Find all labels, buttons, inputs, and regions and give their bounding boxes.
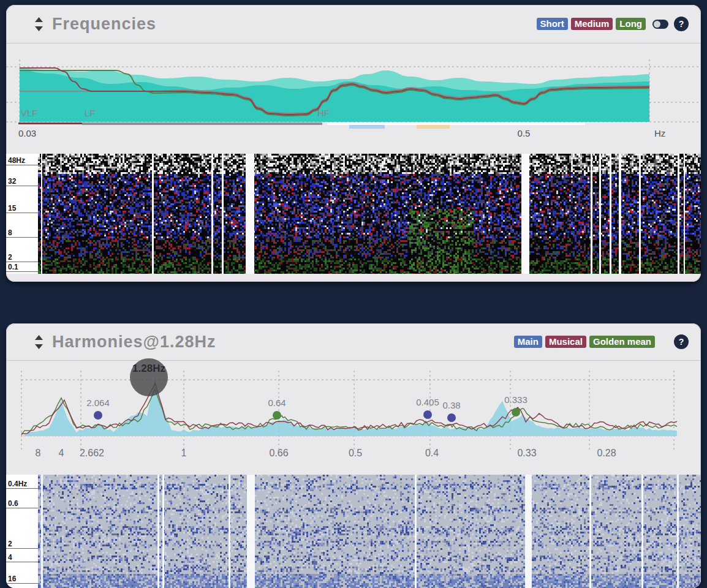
harmonies-chart-svg: 2.0640.640.4050.380.3331.28Hz842.66210.6…: [6, 363, 701, 475]
band-label-vlf: VLF: [21, 108, 38, 118]
harmonies-spectrogram-row: 0.4Hz0.62416: [6, 475, 701, 588]
spectrogram-axis-label: 16: [8, 575, 16, 583]
x-tick-label: 1: [181, 448, 187, 458]
axis-band-segment: [82, 123, 322, 125]
spectrogram-axis-label: 15: [8, 204, 16, 213]
harmonic-marker-label: 2.064: [86, 398, 110, 408]
harmonies-legend: Main Musical Golden mean ?: [514, 334, 689, 349]
x-tick-label: 0.4: [425, 448, 439, 458]
spectrogram-axis-label: 4: [8, 553, 12, 562]
header-divider: [6, 43, 701, 43]
legend-musical-badge[interactable]: Musical: [545, 336, 586, 348]
x-tick-label: 0.66: [269, 448, 288, 458]
frequencies-legend: Short Medium Long ?: [537, 17, 689, 31]
frequencies-spectrogram-row: 48Hz3215820.1: [6, 154, 701, 274]
spectrogram-axis-tick: [6, 548, 38, 549]
frequencies-spectrogram[interactable]: [38, 154, 701, 274]
spectrogram-axis-label: 2: [8, 253, 12, 262]
collapse-arrows-icon[interactable]: [34, 17, 43, 31]
harmonies-spectrogram-axis: 0.4Hz0.62416: [6, 475, 38, 588]
x-tick-label: 0.5: [349, 448, 362, 458]
harmonic-marker-dot[interactable]: [94, 411, 102, 420]
spectrogram-axis-tick: [6, 262, 38, 262]
frequencies-help-button[interactable]: ?: [674, 17, 689, 31]
x-axis-label: Hz: [654, 128, 665, 138]
harmonies-header: Harmonies@1.28Hz Main Musical Golden mea…: [6, 323, 701, 360]
spectrogram-axis-label: 32: [8, 177, 16, 186]
spectrogram-axis-tick: [6, 213, 38, 213]
x-tick-label: 0.33: [517, 448, 536, 458]
harmonic-marker-dot[interactable]: [423, 410, 432, 419]
harmonies-title: Harmonies@1.28Hz: [52, 333, 216, 352]
spectrogram-axis-tick: [6, 237, 38, 238]
legend-short-badge[interactable]: Short: [537, 18, 568, 30]
frequencies-chart-svg: VLFLFHF0.030.5Hz: [6, 47, 701, 154]
axis-band-segment: [18, 123, 82, 124]
header-divider: [6, 360, 701, 361]
legend-toggle[interactable]: [652, 20, 668, 29]
spectrogram-axis-label: 2: [8, 540, 12, 548]
spectrogram-axis-tick: [6, 583, 38, 584]
x-axis-label: 0.03: [18, 128, 36, 138]
band-label-lf: LF: [85, 108, 96, 118]
legend-golden-mean-badge[interactable]: Golden mean: [589, 336, 655, 348]
harmonies-spectrogram[interactable]: [38, 475, 701, 588]
harmonies-chart[interactable]: 2.0640.640.4050.380.3331.28Hz842.66210.6…: [6, 363, 701, 475]
toggle-knob: [654, 21, 660, 28]
harmonies-panel: Harmonies@1.28Hz Main Musical Golden mea…: [6, 323, 701, 588]
spectrogram-axis-label: 0.6: [8, 499, 18, 508]
frequencies-header: Frequencies Short Medium Long ?: [6, 5, 701, 43]
spectrogram-axis-tick: [6, 562, 38, 562]
harmonic-marker-label: 0.38: [442, 400, 460, 410]
harmonic-marker-label: 0.64: [268, 398, 285, 408]
x-tick-label: 0.28: [597, 448, 616, 458]
frequencies-chart[interactable]: VLFLFHF0.030.5Hz: [6, 47, 701, 154]
harmonic-marker-dot[interactable]: [512, 408, 520, 417]
spectrogram-axis-tick: [6, 271, 38, 272]
harmonic-marker-dot[interactable]: [273, 411, 281, 420]
legend-main-badge[interactable]: Main: [514, 336, 542, 348]
harmonic-marker-dot[interactable]: [447, 413, 456, 422]
main-peak-label: 1.28Hz: [132, 363, 165, 374]
x-tick-label: 4: [59, 448, 64, 458]
x-axis-label: 0.5: [518, 128, 531, 138]
spectrogram-axis-tick: [6, 508, 38, 508]
x-tick-label: 8: [36, 448, 41, 458]
harmonic-marker-label: 0.333: [504, 394, 527, 405]
spectrogram-axis-label: 0.4Hz: [8, 480, 27, 488]
frequencies-title: Frequencies: [52, 15, 156, 34]
axis-band-segment: [327, 123, 585, 125]
frequencies-spectrogram-axis: 48Hz3215820.1: [6, 154, 38, 274]
spectrogram-axis-tick: [6, 186, 38, 186]
spectrogram-axis-label: 0.1: [8, 263, 18, 271]
harmonies-help-button[interactable]: ?: [674, 334, 689, 349]
frequencies-panel: Frequencies Short Medium Long ? VLFLFHF0…: [6, 5, 701, 282]
legend-long-badge[interactable]: Long: [616, 18, 646, 30]
legend-medium-badge[interactable]: Medium: [571, 18, 613, 30]
spectrogram-axis-tick: [6, 165, 38, 165]
spectrogram-axis-label: 8: [8, 228, 12, 237]
x-tick-label: 2.662: [80, 448, 104, 458]
collapse-arrows-icon[interactable]: [34, 335, 43, 349]
harmonic-marker-label: 0.405: [416, 397, 439, 407]
spectrogram-axis-tick: [6, 488, 38, 489]
band-label-hf: HF: [317, 108, 330, 118]
spectrogram-axis-label: 48Hz: [8, 156, 25, 165]
